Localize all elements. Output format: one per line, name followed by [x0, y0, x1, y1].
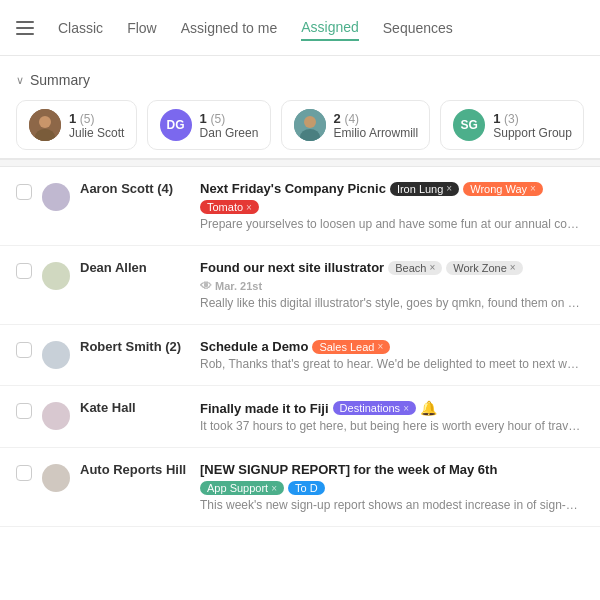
card-total: (5) — [80, 112, 95, 126]
checkbox-robert-smith[interactable] — [16, 342, 32, 358]
summary-toggle[interactable]: ∨ Summary — [16, 72, 584, 88]
conv-preview-aaron-scott: Next Friday's Company Picnic Iron Lung ×… — [200, 181, 584, 231]
conv-body-dean-allen: Really like this digital illustrator's s… — [200, 296, 584, 310]
avatar-emilio-arrowmill — [294, 109, 326, 141]
conv-body-aaron-scott: Prepare yourselves to loosen up and have… — [200, 217, 584, 231]
tag-tomato[interactable]: Tomato × — [200, 200, 259, 214]
card-name: Support Group — [493, 126, 572, 140]
nav-item-sequences[interactable]: Sequences — [383, 16, 453, 40]
summary-label: Summary — [30, 72, 90, 88]
summary-card-dan-green[interactable]: DG 1 (5) Dan Green — [147, 100, 271, 150]
date-label-dean-allen: 👁 Mar. 21st — [200, 279, 262, 293]
card-total: (4) — [344, 112, 359, 126]
nav-item-assigned-to-me[interactable]: Assigned to me — [181, 16, 278, 40]
card-total: (5) — [210, 112, 225, 126]
nav-item-assigned[interactable]: Assigned — [301, 15, 359, 41]
conv-subject-robert-smith: Schedule a Demo Sales Lead × — [200, 339, 584, 354]
summary-cards: 1 (5) Julie Scott DG 1 (5) Dan Green — [16, 100, 584, 150]
avatar-julie-scott — [29, 109, 61, 141]
card-info-support-group: 1 (3) Support Group — [493, 111, 572, 140]
eye-icon: 👁 — [200, 279, 212, 293]
conv-preview-dean-allen: Found our next site illustrator Beach × … — [200, 260, 584, 310]
conv-body-auto-reports-hill: This week's new sign-up report shows an … — [200, 498, 584, 512]
conv-preview-kate-hall: Finally made it to Fiji Destinations × 🔔… — [200, 400, 584, 433]
checkbox-aaron-scott[interactable] — [16, 184, 32, 200]
conv-row-kate-hall[interactable]: Kate Hall Finally made it to Fiji Destin… — [0, 386, 600, 448]
summary-section: ∨ Summary 1 (5) Julie Scott DG 1 (5) Da — [0, 56, 600, 159]
card-total: (3) — [504, 112, 519, 126]
card-name: Dan Green — [200, 126, 259, 140]
checkbox-auto-reports-hill[interactable] — [16, 465, 32, 481]
tag-wrong-way[interactable]: Wrong Way × — [463, 182, 543, 196]
conv-body-kate-hall: It took 37 hours to get here, but being … — [200, 419, 584, 433]
contact-name-robert-smith: Robert Smith (2) — [80, 339, 200, 354]
tag-beach[interactable]: Beach × — [388, 261, 442, 275]
nav-item-classic[interactable]: Classic — [58, 16, 103, 40]
chevron-down-icon: ∨ — [16, 74, 24, 87]
contact-name-auto-reports-hill: Auto Reports Hill — [80, 462, 200, 477]
contact-name-kate-hall: Kate Hall — [80, 400, 200, 415]
conv-subject-aaron-scott: Next Friday's Company Picnic Iron Lung ×… — [200, 181, 584, 214]
card-info-julie-scott: 1 (5) Julie Scott — [69, 111, 124, 140]
conv-row-auto-reports-hill[interactable]: Auto Reports Hill [NEW SIGNUP REPORT] fo… — [0, 448, 600, 527]
card-info-dan-green: 1 (5) Dan Green — [200, 111, 259, 140]
svg-point-4 — [304, 116, 316, 128]
conv-row-dean-allen[interactable]: Dean Allen Found our next site illustrat… — [0, 246, 600, 325]
card-count: 2 — [334, 111, 341, 126]
card-name: Emilio Arrowmill — [334, 126, 419, 140]
avatar-kate-hall — [42, 402, 70, 430]
tag-work-zone[interactable]: Work Zone × — [446, 261, 522, 275]
card-count: 1 — [493, 111, 500, 126]
card-info-emilio-arrowmill: 2 (4) Emilio Arrowmill — [334, 111, 419, 140]
svg-point-1 — [39, 116, 51, 128]
conv-row-aaron-scott[interactable]: Aaron Scott (4) Next Friday's Company Pi… — [0, 167, 600, 246]
conv-preview-auto-reports-hill: [NEW SIGNUP REPORT] for the week of May … — [200, 462, 584, 512]
tag-app-support[interactable]: App Support × — [200, 481, 284, 495]
conv-preview-robert-smith: Schedule a Demo Sales Lead × Rob, Thanks… — [200, 339, 584, 371]
checkbox-kate-hall[interactable] — [16, 403, 32, 419]
summary-card-julie-scott[interactable]: 1 (5) Julie Scott — [16, 100, 137, 150]
card-count: 1 — [200, 111, 207, 126]
contact-name-dean-allen: Dean Allen — [80, 260, 200, 275]
summary-card-emilio-arrowmill[interactable]: 2 (4) Emilio Arrowmill — [281, 100, 431, 150]
avatar-dean-allen — [42, 262, 70, 290]
tag-iron-lung[interactable]: Iron Lung × — [390, 182, 459, 196]
card-count: 1 — [69, 111, 76, 126]
conv-subject-auto-reports-hill: [NEW SIGNUP REPORT] for the week of May … — [200, 462, 584, 495]
top-nav: Classic Flow Assigned to me Assigned Seq… — [0, 0, 600, 56]
conv-body-robert-smith: Rob, Thanks that's great to hear. We'd b… — [200, 357, 584, 371]
contact-name-aaron-scott: Aaron Scott (4) — [80, 181, 200, 196]
tag-to[interactable]: To D — [288, 481, 325, 495]
avatar-dan-green: DG — [160, 109, 192, 141]
nav-item-flow[interactable]: Flow — [127, 16, 157, 40]
list-divider — [0, 159, 600, 167]
bell-icon: 🔔 — [420, 400, 437, 416]
card-name: Julie Scott — [69, 126, 124, 140]
tag-destinations[interactable]: Destinations × — [333, 401, 416, 415]
avatar-robert-smith — [42, 341, 70, 369]
avatar-support-group: SG — [453, 109, 485, 141]
hamburger-menu[interactable] — [16, 21, 34, 35]
conversation-list: Aaron Scott (4) Next Friday's Company Pi… — [0, 159, 600, 593]
summary-card-support-group[interactable]: SG 1 (3) Support Group — [440, 100, 584, 150]
avatar-auto-reports-hill — [42, 464, 70, 492]
tag-sales-lead[interactable]: Sales Lead × — [312, 340, 390, 354]
conv-subject-dean-allen: Found our next site illustrator Beach × … — [200, 260, 584, 293]
checkbox-dean-allen[interactable] — [16, 263, 32, 279]
conv-subject-kate-hall: Finally made it to Fiji Destinations × 🔔 — [200, 400, 584, 416]
conv-row-robert-smith[interactable]: Robert Smith (2) Schedule a Demo Sales L… — [0, 325, 600, 386]
avatar-aaron-scott — [42, 183, 70, 211]
